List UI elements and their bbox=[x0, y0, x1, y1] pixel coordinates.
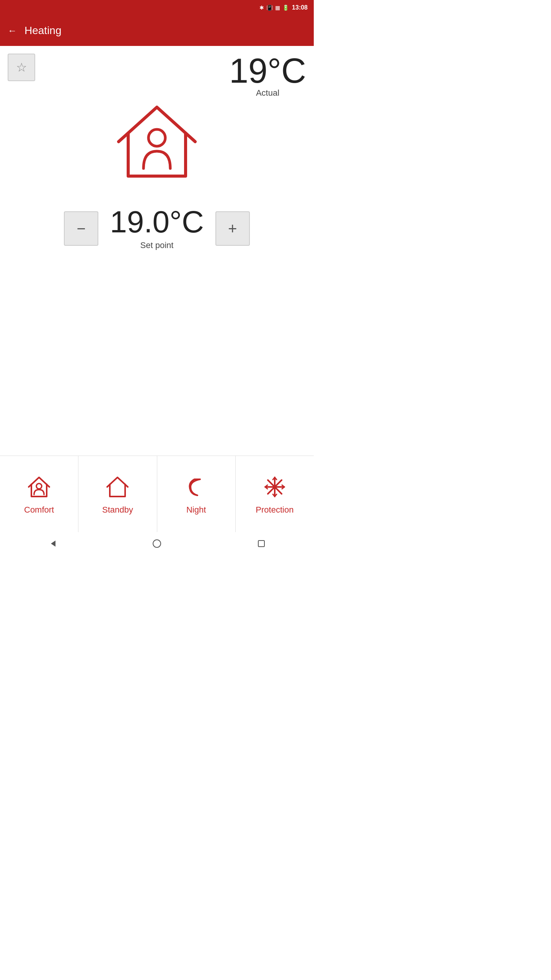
bottom-nav: Comfort Standby Night Protection bbox=[0, 456, 314, 532]
standby-label: Standby bbox=[102, 505, 133, 515]
nav-item-standby[interactable]: Standby bbox=[78, 456, 157, 532]
header: ← Heating bbox=[0, 15, 314, 46]
plus-icon: + bbox=[228, 220, 237, 237]
house-person-icon bbox=[107, 92, 207, 191]
battery-icon: 🔋 bbox=[282, 5, 289, 11]
decrease-button[interactable]: − bbox=[64, 211, 98, 246]
protection-label: Protection bbox=[256, 505, 293, 515]
bluetooth-icon: ✱ bbox=[259, 5, 264, 11]
android-recents-icon bbox=[257, 539, 266, 548]
actual-temp-value: 19°C bbox=[229, 54, 306, 88]
comfort-label: Comfort bbox=[24, 505, 54, 515]
setpoint-group: 19.0°C Set point bbox=[110, 207, 204, 250]
android-nav-bar bbox=[0, 532, 314, 555]
svg-point-0 bbox=[148, 129, 165, 146]
standby-icon bbox=[104, 474, 131, 500]
svg-point-7 bbox=[153, 540, 161, 547]
night-icon bbox=[183, 474, 210, 500]
setpoint-label: Set point bbox=[140, 240, 174, 250]
nav-item-night[interactable]: Night bbox=[157, 456, 236, 532]
nav-item-protection[interactable]: Protection bbox=[236, 456, 314, 532]
vibrate-icon: 📳 bbox=[266, 5, 273, 11]
header-title: Heating bbox=[24, 24, 62, 37]
actual-temperature: 19°C Actual bbox=[229, 54, 306, 98]
house-icon-container bbox=[8, 92, 306, 191]
night-label: Night bbox=[186, 505, 206, 515]
android-back-icon bbox=[48, 539, 57, 548]
protection-icon bbox=[261, 474, 288, 500]
setpoint-value: 19.0°C bbox=[110, 207, 204, 237]
main-content: ☆ 19°C Actual − 19.0°C Set point + bbox=[0, 46, 314, 456]
back-button[interactable]: ← bbox=[8, 25, 17, 36]
setpoint-controls: − 19.0°C Set point + bbox=[8, 207, 306, 250]
increase-button[interactable]: + bbox=[215, 211, 250, 246]
status-bar: ✱ 📳 ▦ 🔋 13:08 bbox=[0, 0, 314, 15]
svg-marker-6 bbox=[51, 541, 55, 547]
favorite-button[interactable]: ☆ bbox=[8, 54, 35, 81]
minus-icon: − bbox=[77, 220, 86, 237]
status-time: 13:08 bbox=[292, 4, 308, 11]
sim-icon: ▦ bbox=[275, 5, 280, 11]
star-icon: ☆ bbox=[16, 60, 27, 75]
android-home-button[interactable] bbox=[149, 536, 165, 551]
svg-point-1 bbox=[36, 483, 42, 489]
android-home-icon bbox=[152, 539, 161, 548]
nav-item-comfort[interactable]: Comfort bbox=[0, 456, 78, 532]
android-recents-button[interactable] bbox=[254, 536, 269, 551]
comfort-icon bbox=[26, 474, 52, 500]
status-icons: ✱ 📳 ▦ 🔋 bbox=[259, 5, 289, 11]
svg-rect-8 bbox=[258, 541, 264, 547]
android-back-button[interactable] bbox=[45, 536, 60, 551]
